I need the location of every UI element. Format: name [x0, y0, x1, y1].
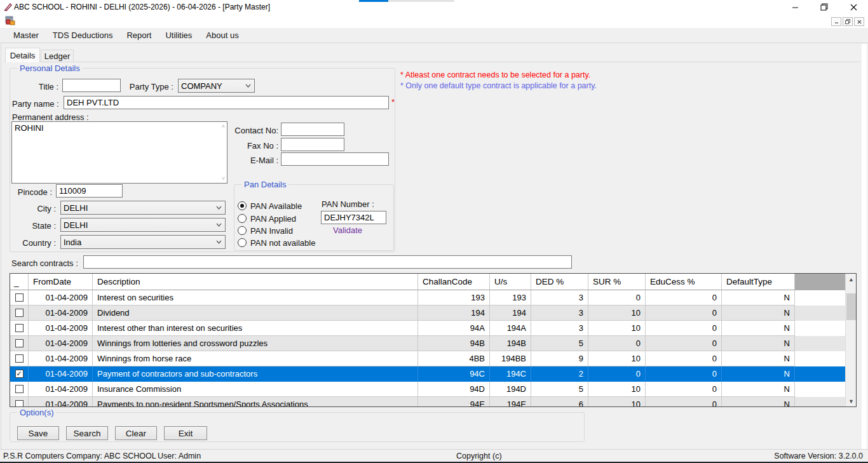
column-header-educess[interactable]: EduCess % — [646, 274, 722, 290]
menu-item-tds-deductions[interactable]: TDS Deductions — [46, 29, 120, 42]
pincode-input[interactable] — [56, 184, 123, 198]
checkbox-icon[interactable] — [15, 293, 24, 302]
save-button[interactable]: Save — [17, 426, 59, 440]
column-header-defaulttype[interactable]: DefaultType — [722, 274, 795, 290]
column-header-select[interactable]: _ — [10, 274, 29, 290]
child-restore-button[interactable] — [843, 17, 853, 26]
row-select-cell[interactable]: ✓ — [10, 366, 29, 382]
table-scrollbar[interactable]: ▲ ▼ — [845, 274, 856, 406]
menu-item-master[interactable]: Master — [6, 29, 46, 42]
radio-option-pan-applied[interactable]: PAN Applied — [238, 213, 296, 224]
cell-u-s: 194BB — [490, 351, 531, 366]
contact-input[interactable] — [281, 123, 344, 136]
column-header-challancode[interactable]: ChallanCode — [418, 274, 490, 290]
cell-description: Insurance Commission — [93, 382, 418, 397]
checkbox-checked-icon[interactable]: ✓ — [15, 370, 24, 378]
radio-icon[interactable] — [238, 226, 247, 235]
country-select[interactable]: India — [60, 235, 226, 249]
close-button[interactable] — [839, 0, 868, 14]
country-label: Country : — [13, 238, 56, 248]
cell-defaulttype: N — [722, 290, 795, 305]
cell-challancode: 94E — [418, 397, 490, 407]
table-row[interactable]: 01-04-2009Insurance Commission94D194D510… — [10, 382, 856, 397]
table-body: 01-04-2009Interest on securities19319330… — [10, 290, 856, 407]
row-select-cell[interactable] — [10, 305, 29, 321]
checkbox-icon[interactable] — [15, 324, 24, 332]
checkbox-icon[interactable] — [15, 385, 24, 393]
party-name-input[interactable] — [64, 96, 389, 109]
menu-item-report[interactable]: Report — [119, 29, 158, 42]
search-button[interactable]: Search — [66, 426, 108, 440]
pan-number-input[interactable] — [321, 211, 386, 224]
email-input[interactable] — [281, 152, 389, 166]
radio-selected-icon[interactable] — [238, 201, 247, 210]
table-row[interactable]: 01-04-2009Payments to non-resident Sport… — [10, 397, 856, 407]
scroll-down-icon[interactable]: ▼ — [846, 396, 857, 406]
cell-ded: 3 — [531, 305, 588, 321]
tab-ledger-label: Ledger — [44, 51, 70, 61]
table-row[interactable]: 01-04-2009Winnings from lotteries and cr… — [10, 336, 856, 351]
clear-button[interactable]: Clear — [115, 426, 157, 440]
row-select-cell[interactable] — [10, 382, 29, 397]
radio-option-pan-invalid[interactable]: PAN Invalid — [238, 225, 293, 236]
minimize-button[interactable] — [780, 0, 810, 14]
scrollbar-thumb[interactable] — [846, 293, 856, 320]
cell-sur: 0 — [588, 290, 646, 305]
cell-description: Payments to non-resident Sportsmen/Sport… — [93, 397, 418, 407]
scroll-down-icon: ˅ — [222, 175, 225, 182]
search-contracts-input[interactable] — [83, 255, 572, 269]
checkbox-icon[interactable] — [15, 339, 24, 347]
column-header-sur[interactable]: SUR % — [588, 274, 646, 290]
address-label: Permanent address : — [12, 112, 89, 122]
tab-ledger[interactable]: Ledger — [41, 50, 74, 62]
row-select-cell[interactable] — [10, 351, 29, 366]
exit-button[interactable]: Exit — [164, 426, 207, 440]
chevron-down-icon — [216, 223, 222, 227]
tab-details[interactable]: Details — [5, 48, 40, 62]
status-vendor: P.S.R Computers — [3, 452, 64, 460]
column-header-ded[interactable]: DED % — [531, 274, 588, 290]
pincode-label: Pincode : — [13, 187, 52, 197]
checkbox-icon[interactable] — [15, 354, 24, 363]
radio-icon[interactable] — [238, 214, 247, 223]
table-row[interactable]: 01-04-2009Winnings from horse race4BB194… — [10, 351, 856, 366]
radio-option-pan-available[interactable]: PAN Available — [238, 201, 302, 211]
menu-item-utilities[interactable]: Utilities — [158, 29, 199, 42]
checkbox-icon[interactable] — [15, 400, 24, 407]
restore-button[interactable] — [810, 0, 839, 14]
fax-input[interactable] — [281, 138, 344, 151]
title-label: Title : — [19, 82, 58, 91]
chevron-down-icon — [216, 206, 222, 210]
row-select-cell[interactable] — [10, 336, 29, 351]
scroll-up-icon[interactable]: ▲ — [846, 274, 857, 285]
radio-icon[interactable] — [238, 238, 247, 247]
row-select-cell[interactable] — [10, 397, 29, 407]
menu-item-about-us[interactable]: About us — [199, 29, 245, 42]
table-row[interactable]: ✓01-04-2009Payment of contractors and su… — [10, 366, 856, 382]
city-select[interactable]: DELHI — [60, 201, 226, 215]
cell-sur: 0 — [588, 366, 646, 382]
cell-sur: 10 — [588, 305, 646, 321]
cell-u-s: 194A — [490, 321, 531, 336]
cell-u-s: 194 — [490, 305, 531, 321]
cell-fromdate: 01-04-2009 — [29, 305, 93, 321]
party-type-label: Party Type : — [124, 82, 173, 91]
table-row[interactable]: 01-04-2009Interest on securities19319330… — [10, 290, 856, 305]
state-select[interactable]: DELHI — [60, 218, 226, 232]
address-textarea[interactable]: ROHINI ˄ ˅ — [11, 121, 227, 184]
cell-defaulttype: N — [722, 351, 795, 366]
validate-link[interactable]: Validate — [333, 225, 362, 235]
radio-option-pan-not-available[interactable]: PAN not available — [238, 238, 315, 248]
table-row[interactable]: 01-04-2009Interest other than interest o… — [10, 321, 856, 336]
column-header-u-s[interactable]: U/s — [490, 274, 531, 290]
child-minimize-button[interactable] — [831, 17, 841, 26]
party-type-select[interactable]: COMPANY — [178, 79, 255, 93]
row-select-cell[interactable] — [10, 321, 29, 336]
checkbox-icon[interactable] — [15, 309, 24, 317]
title-input[interactable] — [62, 79, 121, 92]
child-close-button[interactable] — [854, 17, 864, 26]
row-select-cell[interactable] — [10, 290, 29, 305]
table-row[interactable]: 01-04-2009Dividend1941943100N — [10, 305, 856, 321]
column-header-fromdate[interactable]: FromDate — [29, 274, 93, 290]
column-header-description[interactable]: Description — [93, 274, 418, 290]
